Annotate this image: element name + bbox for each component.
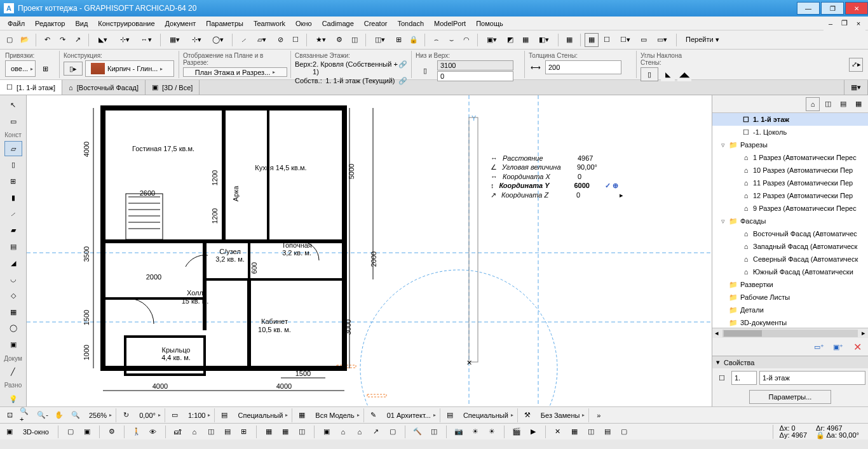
tab-floor-plan[interactable]: ☐[1. 1-й этаж] [0,80,62,95]
new-icon[interactable]: ▢ [3,33,17,47]
bt21-icon[interactable]: 📷 [452,425,466,439]
plane-icon[interactable]: ▱▾ [252,33,272,47]
bt3-icon[interactable]: ⚙ [105,425,119,439]
snap-button[interactable]: ове...▸ [5,60,36,77]
bt11-icon[interactable]: ▦ [262,425,276,439]
view2-icon[interactable]: ☐ [600,33,614,47]
slant-both-icon[interactable]: ◢◣ [677,67,691,81]
guide-icon[interactable]: ◣▾ [93,33,113,47]
nav-item[interactable]: 📁3D-документы [712,316,868,328]
section-icon[interactable]: ◧▾ [534,33,554,47]
bt6-icon[interactable]: 🛋 [171,425,185,439]
angle-lock-icon[interactable]: 🔒 [816,431,825,439]
view3-icon[interactable]: ☐▾ [615,33,635,47]
nav-item[interactable]: ⌂Южный Фасад (Автоматически [712,265,868,278]
nav-item[interactable]: ▿📁Фасады [712,215,868,227]
redo-icon[interactable]: ↷ [55,33,69,47]
lamp-tool[interactable]: 💡 [4,391,22,406]
nav-item[interactable]: ⌂9 Разрез (Автоматически Перес [712,202,868,215]
gravity-icon[interactable]: ◯▾ [208,33,228,47]
menu-options[interactable]: Параметры [201,18,248,29]
bt28-icon[interactable]: ◫ [584,425,598,439]
bt14-icon[interactable]: ▣ [320,425,334,439]
bt19-icon[interactable]: 🔨 [410,425,424,439]
nav-item[interactable]: 📁Рабочие Листы [712,291,868,304]
top-height-input[interactable] [437,60,513,70]
nav-item[interactable]: ☐1. 1-й этаж [712,113,868,126]
nav-item[interactable]: ▿📁Разрезы [712,138,868,151]
props-name-field[interactable]: 1-й этаж [759,371,865,385]
angle-value[interactable]: 0,00° [139,412,156,419]
marquee-icon[interactable]: ▣▾ [482,33,502,47]
bt20-icon[interactable]: ◫ [427,425,441,439]
window-tool[interactable]: ⊞ [4,174,22,189]
group-icon[interactable]: ◫▾ [370,33,390,47]
rotate-icon[interactable]: ↻ [119,408,133,422]
ruler-icon[interactable]: ⟋ [236,33,250,47]
grid-icon[interactable]: ▦▾ [165,33,185,47]
expand-options-icon[interactable]: » [592,408,606,422]
cut3d-icon[interactable]: ◩ [503,33,517,47]
nav-item[interactable]: ⌂Северный Фасад (Автоматическ [712,253,868,265]
layers-combo-icon[interactable]: ▤ [217,408,231,422]
measure-icon[interactable]: ↔▾ [136,33,156,47]
minimize-button[interactable]: — [797,2,820,15]
menu-edit[interactable]: Редактор [30,18,70,29]
zoom-value[interactable]: 256% [89,412,107,419]
bt15-icon[interactable]: ⌂ [336,425,350,439]
navigator-tree[interactable]: ☐1. 1-й этаж☐-1. Цоколь▿📁Разрезы⌂1 Разре… [712,113,868,328]
close-button[interactable]: ✕ [845,2,868,15]
bt5-icon[interactable]: 👁 [146,425,160,439]
link-top-icon[interactable]: 🔗 [398,60,407,76]
bt8-icon[interactable]: ◫ [204,425,218,439]
nav-clone-icon[interactable]: ▣⁺ [831,340,845,354]
suspend-icon[interactable]: ⊘ [273,33,287,47]
goto-menu[interactable]: Перейти ▾ [681,34,724,45]
menu-document[interactable]: Документ [160,18,201,29]
bt13-icon[interactable]: ◫ [295,425,309,439]
zoom-out-icon[interactable]: 🔍- [36,408,50,422]
menu-view[interactable]: Вид [70,18,93,29]
door-tool[interactable]: ▯ [4,157,22,173]
menu-file[interactable]: Файл [3,18,30,29]
scale-value[interactable]: 1:100 [188,412,206,419]
bt9-icon[interactable]: ▤ [220,425,234,439]
gridsnap-icon[interactable]: ⊹▾ [186,33,207,47]
nav-home-icon[interactable]: ⌂ [806,97,820,111]
nav-item[interactable]: ⌂10 Разрез (Автоматически Пер [712,164,868,177]
bt7-icon[interactable]: ⌂ [187,425,201,439]
bt26-icon[interactable]: ✕ [551,425,565,439]
object-tool[interactable]: ▣ [4,337,22,352]
filter-icon[interactable]: ▦ [519,33,532,47]
bt22-icon[interactable]: ☀ [468,425,482,439]
props-settings-button[interactable]: Параметры... [749,390,832,404]
pick-icon[interactable]: ↗ [71,33,85,47]
bt1-icon[interactable]: ▢ [64,425,78,439]
wall-tool[interactable]: ▱ [4,141,22,156]
trace-icon[interactable]: ☐ [288,33,302,47]
bt2-icon[interactable]: ▣ [80,425,94,439]
props-id-field[interactable]: 1. [731,371,757,385]
nav-new-view-icon[interactable]: ▭⁺ [812,340,826,354]
roof-tool[interactable]: ◢ [4,255,22,271]
curve3-icon[interactable]: ◠ [459,33,473,47]
nav-item[interactable]: ⌂Западный Фасад (Автоматическ [712,240,868,253]
drawing-canvas[interactable]: Y ✕ [27,95,712,406]
undo-icon[interactable]: ↶ [40,33,54,47]
partial-display-icon[interactable]: ▤ [443,408,457,422]
bt30-icon[interactable]: ▢ [617,425,631,439]
nav-item[interactable]: 📁Развертки [712,278,868,291]
menu-cadimage[interactable]: Cadimage [317,18,359,29]
3d-window-icon[interactable]: ▣ [3,425,17,439]
tab-overview-button[interactable]: ▦▾ [844,80,868,95]
bt4-icon[interactable]: 🚶 [130,425,144,439]
nav-item[interactable]: ⌂Восточный Фасад (Автоматичес [712,227,868,240]
arrow-tool[interactable]: ↖ [4,98,22,113]
bt25-icon[interactable]: ▶ [526,425,540,439]
beam-tool[interactable]: ⟋ [4,206,22,222]
view5-icon[interactable]: ▭▾ [652,33,672,47]
marquee-tool[interactable]: ▭ [4,114,22,130]
bt17-icon[interactable]: ↗ [369,425,383,439]
zoom-in-icon[interactable]: 🔍+ [19,408,33,422]
curtain-tool[interactable]: ▦ [4,304,22,319]
